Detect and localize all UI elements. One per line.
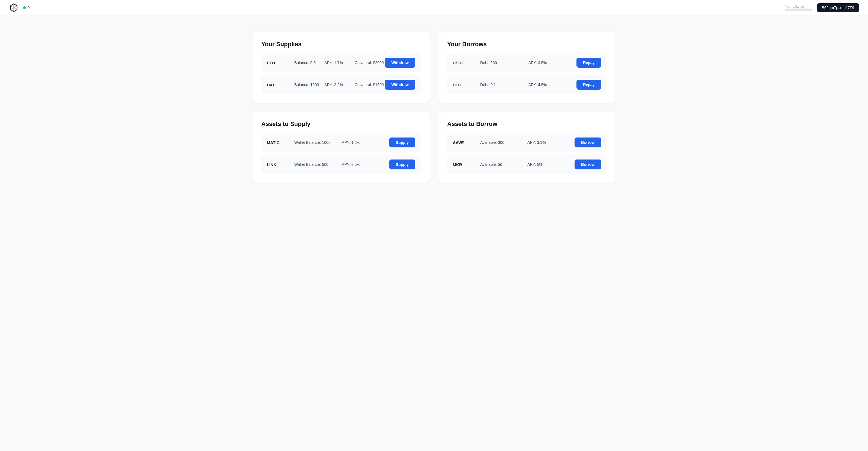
- dashboard-grid: Your Supplies ETH Balance: 0.5 APY: 1.7%…: [252, 32, 616, 183]
- supply-asset-row-link: LINK Wallet Balance: 500 APY: 2.5% Suppl…: [261, 155, 421, 174]
- header: 0 Your balance B62qm7j...runJ7F9: [0, 0, 868, 15]
- supply-row-eth: ETH Balance: 0.5 APY: 1.7% Collateral: $…: [261, 53, 421, 72]
- supply-asset-row-matic: MATIC Wallet Balance: 1000 APY: 1.2% Sup…: [261, 133, 421, 152]
- your-supplies-title: Your Supplies: [261, 41, 421, 48]
- assets-to-borrow-title: Assets to Borrow: [447, 121, 607, 128]
- balance-section: Your balance: [785, 5, 812, 11]
- borrow-apy-usdc: APY: 3.5%: [528, 61, 577, 65]
- borrow-apy-aave: APY: 3.3%: [528, 140, 575, 144]
- supply-balance-eth: Balance: 0.5: [294, 61, 324, 65]
- borrow-available-mkr: Available: 50: [480, 162, 528, 167]
- supply-asset-name-link: LINK: [267, 162, 294, 167]
- supply-wallet-balance-link: Wallet Balance: 500: [294, 162, 342, 167]
- your-borrows-title: Your Borrows: [447, 41, 607, 48]
- supply-asset-name-matic: MATIC: [267, 140, 294, 145]
- your-supplies-card: Your Supplies ETH Balance: 0.5 APY: 1.7%…: [252, 32, 430, 103]
- repay-button-btc[interactable]: Repay: [577, 80, 601, 90]
- borrow-button-mkr[interactable]: Borrow: [575, 160, 601, 169]
- borrow-apy-mkr: APY: 5%: [528, 162, 575, 167]
- supply-collateral-dai: Collateral: $1500: [354, 83, 385, 87]
- supply-apy-matic: APY: 1.2%: [342, 140, 390, 144]
- supply-button-matic[interactable]: Supply: [389, 137, 415, 148]
- borrow-row-btc: BTC Debt: 0.1 APY: 4.5% Repay: [447, 75, 607, 94]
- assets-to-borrow-card: Assets to Borrow AAVE Available: 300 APY…: [438, 111, 616, 183]
- header-left: 0: [9, 3, 30, 13]
- supply-collateral-eth: Collateral: $2000: [354, 61, 385, 65]
- header-right: Your balance B62qm7j...runJ7F9: [785, 3, 859, 12]
- borrow-asset-row-mkr: MKR Available: 50 APY: 5% Borrow: [447, 155, 607, 174]
- borrow-apy-btc: APY: 4.5%: [528, 83, 577, 87]
- balance-bar: [785, 8, 812, 11]
- supply-row-dai: DAI Balance: 1500 APY: 2.2% Collateral: …: [261, 75, 421, 94]
- borrow-asset-name-mkr: MKR: [453, 162, 480, 167]
- supply-wallet-balance-matic: Wallet Balance: 1000: [294, 140, 342, 144]
- borrow-row-usdc: USDC Debt: 500 APY: 3.5% Repay: [447, 53, 607, 72]
- borrow-asset-name-usdc: USDC: [453, 61, 480, 65]
- wallet-button[interactable]: B62qm7j...runJ7F9: [817, 3, 859, 12]
- borrow-asset-name-aave: AAVE: [453, 140, 480, 145]
- borrow-debt-btc: Debt: 0.1: [480, 83, 528, 87]
- borrow-asset-name-btc: BTC: [453, 83, 480, 87]
- network-badge[interactable]: 0: [23, 5, 30, 10]
- supply-asset-name-dai: DAI: [267, 83, 294, 87]
- borrow-available-aave: Available: 300: [480, 140, 528, 144]
- balance-label: Your balance: [785, 5, 812, 8]
- withdraw-button-dai[interactable]: Withdraw: [385, 80, 415, 90]
- repay-button-usdc[interactable]: Repay: [577, 58, 601, 68]
- assets-to-supply-title: Assets to Supply: [261, 121, 421, 128]
- borrow-button-aave[interactable]: Borrow: [575, 137, 601, 148]
- app-logo-icon: [9, 3, 19, 13]
- borrow-asset-row-aave: AAVE Available: 300 APY: 3.3% Borrow: [447, 133, 607, 152]
- supply-asset-name-eth: ETH: [267, 61, 294, 65]
- assets-to-supply-card: Assets to Supply MATIC Wallet Balance: 1…: [252, 111, 430, 183]
- supply-balance-dai: Balance: 1500: [294, 83, 324, 87]
- network-count: 0: [28, 5, 30, 10]
- your-borrows-card: Your Borrows USDC Debt: 500 APY: 3.5% Re…: [438, 32, 616, 103]
- withdraw-button-eth[interactable]: Withdraw: [385, 58, 415, 68]
- supply-apy-eth: APY: 1.7%: [324, 61, 355, 65]
- borrow-debt-usdc: Debt: 500: [480, 61, 528, 65]
- supply-apy-dai: APY: 2.2%: [324, 83, 355, 87]
- supply-apy-link: APY: 2.5%: [342, 162, 390, 167]
- main-content: Your Supplies ETH Balance: 0.5 APY: 1.7%…: [242, 15, 626, 194]
- network-status-icon: [23, 6, 26, 9]
- supply-button-link[interactable]: Supply: [389, 160, 415, 169]
